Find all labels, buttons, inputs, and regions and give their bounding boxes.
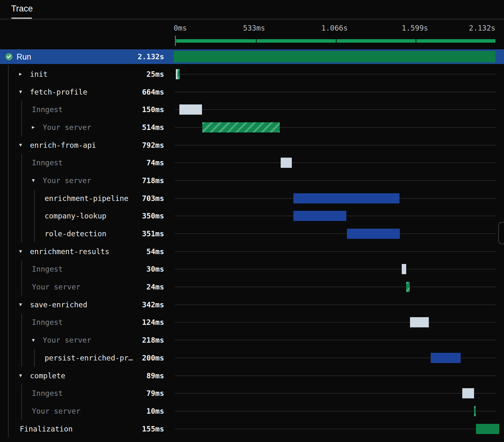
tree-guide-line: [8, 207, 9, 225]
chevron-down-icon[interactable]: ▼: [19, 302, 24, 307]
tree-guide-line: [8, 118, 9, 136]
tree-guide-line: [21, 225, 22, 243]
tree-guide-line: [21, 260, 22, 278]
span-bar-blue[interactable]: [293, 193, 400, 203]
minimap-start-tick: [175, 36, 176, 46]
success-check-icon: [5, 53, 13, 61]
trace-row-enrichment-pipeline[interactable]: enrichment-pipeline703ms: [0, 189, 504, 207]
trace-row-your-server[interactable]: ▶Your server514ms: [0, 118, 504, 136]
chevron-right-icon[interactable]: ▶: [32, 125, 37, 130]
trace-row-inngest[interactable]: Inngest150ms: [0, 101, 504, 118]
span-duration: 79ms: [147, 389, 164, 397]
span-bar-green-solid[interactable]: [476, 424, 499, 434]
tree-guide-line: [8, 172, 9, 189]
chevron-down-icon[interactable]: ▼: [19, 373, 24, 378]
span-duration: 342ms: [142, 301, 164, 309]
scrollbar-thumb[interactable]: [498, 222, 504, 244]
span-bar-green-hatch[interactable]: [177, 69, 180, 79]
tree-guide-line: [8, 154, 9, 172]
tree-guide-line: [21, 384, 22, 402]
trace-row-run[interactable]: Run2.132s: [0, 49, 504, 64]
trace-row-complete[interactable]: ▼complete89ms: [0, 367, 504, 385]
trace-row-inngest[interactable]: Inngest74ms: [0, 154, 504, 172]
span-bar-green-hatch[interactable]: [406, 282, 410, 292]
trace-row-fetch-profile[interactable]: ▼fetch-profile664ms: [0, 83, 504, 101]
tree-guide-line: [34, 189, 35, 207]
span-bar-gray[interactable]: [281, 158, 292, 168]
trace-row-company-lookup[interactable]: company-lookup350ms: [0, 207, 504, 225]
chevron-down-icon[interactable]: ▼: [32, 178, 37, 183]
span-rows: Run2.132s▶init25ms▼fetch-profile664msInn…: [0, 49, 504, 438]
tree-guide-line: [21, 189, 22, 207]
trace-row-save-enriched[interactable]: ▼save-enriched342ms: [0, 296, 504, 314]
span-bar-green-hatch[interactable]: [474, 406, 476, 416]
tab-active-indicator: [11, 18, 32, 19]
chevron-down-icon[interactable]: ▼: [19, 249, 24, 254]
trace-row-inngest[interactable]: Inngest30ms: [0, 260, 504, 278]
span-bar-blue[interactable]: [431, 353, 461, 363]
trace-row-your-server[interactable]: ▼Your server718ms: [0, 172, 504, 189]
trace-row-enrich-from-api[interactable]: ▼enrich-from-api792ms: [0, 136, 504, 154]
span-bar-blue[interactable]: [347, 229, 400, 239]
tree-guide-line: [8, 384, 9, 402]
chevron-down-icon[interactable]: ▼: [19, 143, 24, 147]
span-duration: 124ms: [142, 318, 164, 326]
trace-row-finalization[interactable]: Finalization155ms: [0, 420, 504, 438]
timeline-minimap[interactable]: [176, 39, 495, 43]
tree-guide-line: [21, 207, 22, 225]
span-label: Run: [17, 52, 31, 61]
tree-guide-line: [8, 367, 9, 385]
chevron-right-icon[interactable]: ▶: [19, 72, 24, 76]
span-label: enrichment-pipeline: [45, 194, 128, 203]
trace-row-inngest[interactable]: Inngest79ms: [0, 384, 504, 402]
span-label: save-enriched: [30, 301, 87, 309]
span-bar-green-hatch[interactable]: [202, 122, 280, 132]
axis-tick-label: 1.066s: [321, 24, 348, 32]
tree-guide-line: [34, 207, 35, 225]
trace-row-init[interactable]: ▶init25ms: [0, 65, 504, 83]
span-duration: 792ms: [142, 141, 164, 149]
span-bar-gray[interactable]: [402, 264, 406, 274]
tree-guide-line: [34, 349, 35, 367]
tree-guide-line: [8, 243, 9, 260]
axis-tick-label: 0ms: [174, 24, 187, 32]
tree-guide-line: [8, 189, 9, 207]
span-duration: 74ms: [147, 159, 164, 167]
span-duration: 155ms: [142, 425, 164, 433]
tree-guide-line: [21, 172, 22, 189]
tree-guide-line: [21, 349, 22, 367]
trace-row-inngest[interactable]: Inngest124ms: [0, 314, 504, 332]
span-bar-blue[interactable]: [293, 211, 346, 221]
trace-row-your-server[interactable]: Your server24ms: [0, 278, 504, 296]
tree-guide-line: [8, 420, 9, 438]
axis-tick-label: 2.132s: [469, 24, 495, 32]
span-label: Inngest: [32, 389, 63, 397]
span-duration: 24ms: [147, 283, 164, 291]
span-duration: 89ms: [147, 372, 164, 380]
chevron-down-icon[interactable]: ▼: [32, 338, 37, 343]
tab-trace-label: Trace: [11, 4, 33, 13]
span-bar-gray[interactable]: [462, 388, 474, 398]
span-duration: 351ms: [142, 230, 164, 238]
span-bar-green[interactable]: [174, 51, 495, 62]
span-label: Inngest: [32, 159, 63, 167]
tab-trace[interactable]: Trace: [11, 4, 33, 14]
trace-row-enrichment-results[interactable]: ▼enrichment-results54ms: [0, 243, 504, 260]
tree-guide-line: [8, 225, 9, 243]
chevron-down-icon[interactable]: ▼: [19, 89, 24, 94]
trace-row-role-detection[interactable]: role-detection351ms: [0, 225, 504, 243]
span-label: Inngest: [32, 265, 63, 273]
span-label: company-lookup: [45, 212, 106, 220]
span-label: role-detection: [45, 230, 106, 238]
trace-row-your-server[interactable]: ▼Your server218ms: [0, 331, 504, 349]
trace-row-your-server[interactable]: Your server10ms: [0, 402, 504, 420]
span-bar-gray[interactable]: [410, 317, 429, 327]
trace-row-persist-enriched-pr[interactable]: persist-enriched-pr…200ms: [0, 349, 504, 367]
span-label: Inngest: [32, 318, 63, 326]
tree-guide-line: [8, 314, 9, 332]
span-label: Your server: [32, 283, 80, 291]
axis-tick-label: 533ms: [243, 24, 265, 32]
span-bar-gray[interactable]: [179, 104, 202, 115]
tree-guide-line: [21, 314, 22, 332]
tree-guide-line: [8, 402, 9, 420]
